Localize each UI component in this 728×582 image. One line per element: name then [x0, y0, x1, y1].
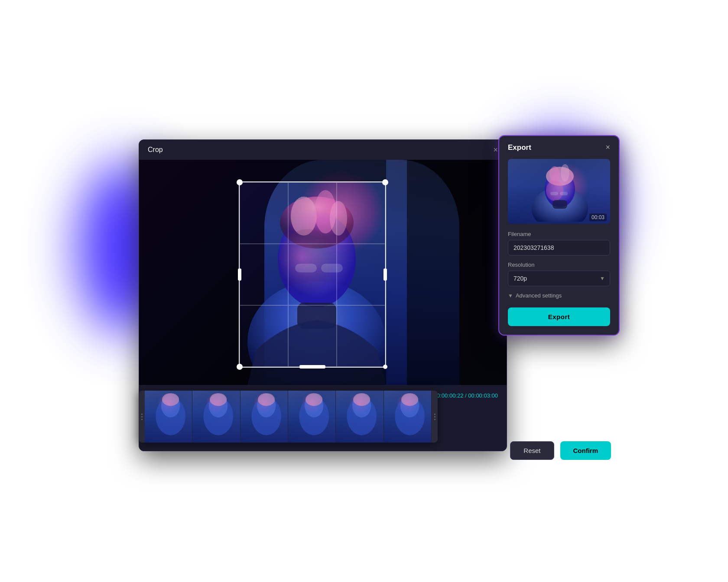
filmstrip-handle-dots — [141, 414, 143, 420]
resolution-select[interactable]: 720p 1080p 480p 4K — [508, 271, 610, 286]
filmstrip-dot — [434, 414, 436, 415]
export-button[interactable]: Export — [508, 307, 610, 326]
crop-overlay-right — [407, 160, 507, 385]
resolution-select-wrapper: 720p 1080p 480p 4K ▼ — [508, 271, 610, 286]
grid-cell — [240, 244, 288, 305]
svg-rect-34 — [550, 192, 558, 195]
frame-person — [386, 393, 432, 440]
frame-person — [195, 393, 240, 440]
svg-point-18 — [258, 393, 275, 406]
filmstrip-right-handle[interactable] — [432, 391, 438, 443]
crop-titlebar: Crop × — [139, 140, 507, 160]
filmstrip-frame — [192, 391, 240, 443]
frame-person — [338, 393, 384, 440]
filmstrip-dot — [141, 416, 143, 417]
crop-handle-top-left[interactable] — [237, 179, 243, 185]
crop-video-area — [139, 160, 507, 385]
svg-point-33 — [546, 180, 563, 201]
frame-person — [290, 393, 336, 440]
crop-overlay-bottom — [239, 368, 386, 385]
grid-cell — [240, 305, 288, 367]
filmstrip-frame — [145, 391, 192, 443]
filmstrip-dot — [141, 419, 143, 420]
export-preview-thumbnail: 00:03 — [508, 159, 610, 224]
crop-handle-bottom[interactable] — [299, 365, 325, 369]
svg-point-21 — [306, 393, 322, 406]
frame-person — [243, 393, 288, 440]
crop-handle-bottom-right[interactable] — [383, 365, 387, 369]
crop-overlay-left — [139, 160, 239, 385]
export-dialog: Export × — [498, 135, 620, 336]
grid-cell — [288, 182, 337, 244]
crop-handle-bottom-left[interactable] — [237, 364, 243, 370]
resolution-field: Resolution 720p 1080p 480p 4K ▼ — [499, 262, 619, 286]
filmstrip-handle-dots — [434, 414, 436, 420]
filmstrip-left-handle[interactable] — [139, 391, 145, 443]
grid-cell — [337, 305, 385, 367]
crop-grid — [240, 182, 385, 367]
grid-cell — [288, 305, 337, 367]
filmstrip-frame — [384, 391, 432, 443]
confirm-button[interactable]: Confirm — [560, 441, 611, 460]
crop-close-button[interactable]: × — [493, 146, 498, 154]
svg-point-27 — [401, 393, 418, 406]
crop-overlay-top — [239, 160, 386, 181]
time-total: 00:00:03:00 — [468, 392, 498, 399]
reset-button[interactable]: Reset — [510, 441, 554, 460]
filmstrip-frames — [145, 391, 432, 443]
grid-cell — [240, 182, 288, 244]
crop-window-title: Crop — [148, 146, 163, 154]
advanced-chevron-icon: ▼ — [508, 293, 513, 299]
crop-handle-right[interactable] — [384, 268, 387, 281]
filmstrip-frame — [240, 391, 288, 443]
time-display: 00:00:00:22 / 00:00:03:00 — [434, 392, 498, 399]
export-titlebar: Export × — [499, 136, 619, 159]
advanced-settings-label: Advanced settings — [516, 292, 562, 299]
filmstrip-dot — [141, 414, 143, 415]
export-preview-person-svg — [521, 163, 599, 222]
filename-label: Filename — [508, 231, 610, 237]
frame-person — [147, 393, 192, 440]
svg-point-31 — [549, 166, 560, 182]
svg-point-24 — [353, 393, 370, 406]
resolution-label: Resolution — [508, 262, 610, 268]
advanced-settings-row[interactable]: ▼ Advanced settings — [499, 292, 619, 299]
bottom-buttons: Reset Confirm — [510, 441, 611, 460]
filmstrip — [139, 391, 438, 443]
grid-cell — [337, 244, 385, 305]
filename-field: Filename — [499, 231, 619, 255]
svg-rect-36 — [552, 200, 567, 209]
grid-cell — [288, 244, 337, 305]
svg-rect-35 — [560, 192, 568, 195]
export-close-button[interactable]: × — [605, 143, 610, 152]
crop-handle-left[interactable] — [238, 268, 241, 281]
filename-input[interactable] — [508, 240, 610, 255]
time-current: 00:00:00:22 — [434, 392, 464, 399]
svg-point-15 — [210, 393, 227, 406]
svg-point-12 — [162, 393, 179, 406]
filmstrip-dot — [434, 419, 436, 420]
crop-selection-box[interactable] — [239, 181, 386, 368]
filmstrip-dot — [434, 416, 436, 417]
svg-point-32 — [561, 164, 569, 181]
export-dialog-title: Export — [508, 143, 531, 152]
filmstrip-frame — [336, 391, 384, 443]
grid-cell — [337, 182, 385, 244]
export-preview-timestamp: 00:03 — [589, 213, 607, 221]
crop-handle-top-right[interactable] — [382, 179, 388, 185]
filmstrip-frame — [288, 391, 336, 443]
